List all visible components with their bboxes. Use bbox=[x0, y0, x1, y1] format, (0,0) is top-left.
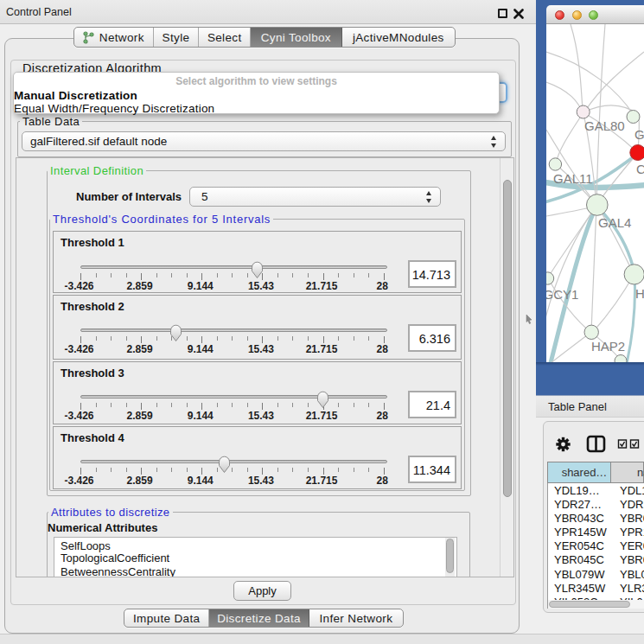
svg-text:GAL80: GAL80 bbox=[584, 118, 625, 133]
svg-text:H: H bbox=[635, 286, 644, 301]
svg-text:C: C bbox=[636, 162, 644, 176]
svg-text:GCY1: GCY1 bbox=[546, 287, 578, 302]
svg-text:GAL4: GAL4 bbox=[598, 215, 631, 230]
svg-text:HAP2: HAP2 bbox=[591, 339, 625, 354]
svg-text:GA: GA bbox=[634, 127, 644, 142]
svg-text:GAL11: GAL11 bbox=[553, 171, 593, 186]
